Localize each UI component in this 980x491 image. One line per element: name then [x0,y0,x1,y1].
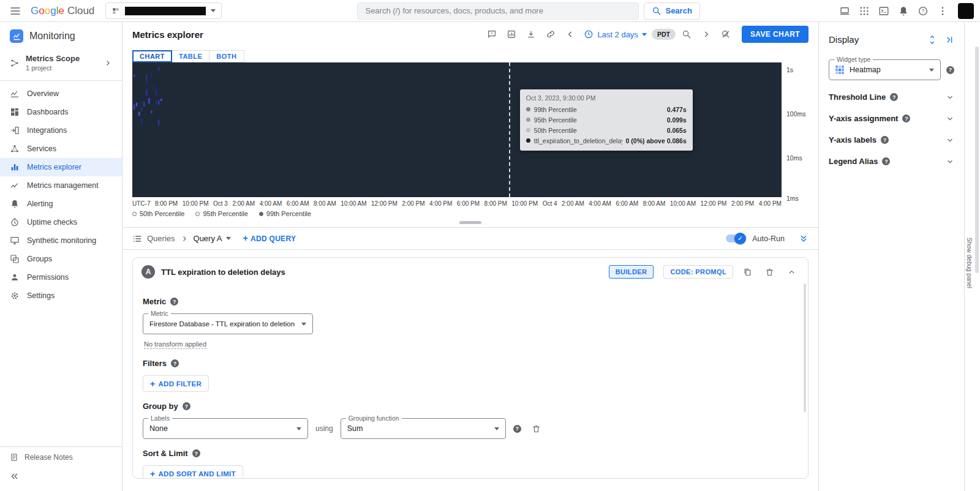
help-icon[interactable] [882,157,890,165]
queries-label[interactable]: Queries [147,234,175,243]
project-selector[interactable] [105,2,222,19]
sidebar-item-permissions[interactable]: Permissions [0,268,122,287]
zoom-off-icon[interactable] [717,26,734,43]
x-axis-tick: 10:00 PM [511,200,538,207]
x-axis-tick: 6:00 AM [287,200,309,207]
legend-item[interactable]: 50th Percentile [132,210,184,217]
help-icon[interactable] [513,425,521,433]
feedback-icon[interactable] [483,26,500,43]
time-forward-icon[interactable] [698,26,715,43]
more-vert-icon[interactable] [933,2,952,20]
laptop-console-icon[interactable] [835,2,854,20]
query-badge: A [141,265,155,279]
tab-table[interactable]: TABLE [172,50,209,62]
time-back-icon[interactable] [562,26,579,43]
sidebar-item-services[interactable]: Services [0,140,122,158]
logo-cloud: Cloud [67,5,94,17]
group-by-section-heading: Group by [143,402,798,411]
cloud-shell-icon[interactable] [875,2,893,20]
display-section-threshold-line[interactable]: Threshold Line [829,86,954,108]
sidebar-item-dashboards[interactable]: Dashboards [0,103,122,121]
timezone-badge[interactable]: PDT [652,29,676,40]
search-button[interactable]: Search [644,2,699,20]
metric-select[interactable]: Metric Firestore Database - TTL expirati… [143,313,313,334]
tab-both[interactable]: BOTH [209,50,244,62]
sidebar-item-alerting[interactable]: Alerting [0,195,122,213]
page-scrollbar-thumb[interactable] [975,47,979,273]
sidebar-item-metrics-explorer[interactable]: Metrics explorer [0,158,122,176]
sidebar-item-synthetic-monitoring[interactable]: Synthetic monitoring [0,231,122,250]
display-section-y-axis-labels[interactable]: Y-axis labels [829,129,954,151]
unfold-sections-icon[interactable] [927,35,937,45]
x-axis-tick: 2:00 PM [731,200,754,207]
add-sort-limit-button[interactable]: ADD SORT AND LIMIT [143,465,243,478]
collapse-sidebar-icon[interactable] [10,471,20,481]
display-section-y-axis-assignment[interactable]: Y-axis assignment [829,108,954,129]
queries-bar: Queries Query A ADD QUERY Auto-Run [123,227,818,250]
x-axis-tick: 10:00 AM [341,200,366,207]
card-scrollbar[interactable] [804,283,806,412]
link-icon[interactable] [542,26,559,43]
add-query-button[interactable]: ADD QUERY [243,234,296,243]
save-chart-button[interactable]: SAVE CHART [742,26,809,43]
download-icon[interactable] [522,26,540,43]
zoom-icon[interactable] [678,26,695,43]
chart-widget-icon[interactable] [503,26,520,43]
heatmap-plot[interactable]: Oct 3, 2023, 9:30:00 PM 99th Percentile0… [132,62,782,197]
delete-query-icon[interactable] [761,264,777,280]
help-icon[interactable] [183,402,190,410]
menu-icon[interactable] [6,2,24,20]
help-icon[interactable]: ? [914,2,932,20]
legend-item[interactable]: 95th Percentile [195,210,247,217]
sidebar-item-integrations[interactable]: Integrations [0,121,122,140]
help-icon[interactable] [946,66,954,74]
help-icon[interactable] [192,449,200,457]
show-debug-panel-strip[interactable]: Show debug panel [964,22,974,491]
sidebar-item-overview[interactable]: Overview [0,84,122,103]
group-by-labels-select[interactable]: Labels None [143,418,308,439]
metrics-scope-selector[interactable]: Metrics Scope 1 project [0,48,122,81]
help-icon[interactable] [881,136,889,144]
legend-marker-icon [132,212,137,216]
global-search[interactable] [357,2,639,20]
query-name-selector[interactable]: Query A [194,234,231,243]
help-icon[interactable] [171,359,179,367]
overview-icon [10,89,20,99]
display-section-legend-alias[interactable]: Legend Alias [829,151,954,172]
tab-chart[interactable]: CHART [132,50,172,62]
notifications-icon[interactable] [894,2,913,20]
sidebar-item-metrics-management[interactable]: Metrics management [0,176,122,195]
page-scrollbar[interactable] [974,22,980,491]
apps-grid-icon[interactable] [855,2,873,20]
help-icon[interactable] [170,298,178,305]
collapse-panel-right-icon[interactable] [944,35,954,45]
x-axis-tick: 2:00 PM [402,200,424,207]
add-filter-button[interactable]: ADD FILTER [143,375,209,392]
remove-grouping-icon[interactable] [529,421,545,437]
chevron-down-icon [494,427,499,430]
sidebar-item-uptime-checks[interactable]: Uptime checks [0,213,122,231]
duplicate-query-icon[interactable] [739,264,755,280]
sidebar-item-groups[interactable]: Groups [0,250,122,268]
collapse-queries-icon[interactable] [799,234,809,244]
sidebar-item-label: Uptime checks [27,218,77,227]
auto-run-toggle[interactable] [726,234,744,242]
chevron-down-icon [296,427,301,430]
help-icon[interactable] [902,114,910,122]
no-transform-note[interactable]: No transform applied [144,340,206,349]
legend-item[interactable]: 99th Percentile [259,210,311,217]
builder-tab[interactable]: BUILDER [609,265,654,279]
chart-resize-handle[interactable] [459,221,481,224]
code-promql-tab[interactable]: CODE: PROMQL [663,265,733,279]
time-range-selector[interactable]: Last 2 days [581,29,649,39]
release-notes-link[interactable]: Release Notes [0,446,122,468]
avatar[interactable] [958,3,974,19]
display-sections: Threshold LineY-axis assignmentY-axis la… [829,86,954,172]
search-input[interactable] [365,6,631,15]
help-icon[interactable] [890,93,898,101]
sort-limit-section-heading: Sort & Limit [143,449,798,458]
collapse-card-icon[interactable] [783,264,799,280]
widget-type-select[interactable]: Widget type Heatmap [829,59,941,80]
grouping-function-select[interactable]: Grouping function Sum [341,418,506,439]
sidebar-item-settings[interactable]: Settings [0,287,122,305]
